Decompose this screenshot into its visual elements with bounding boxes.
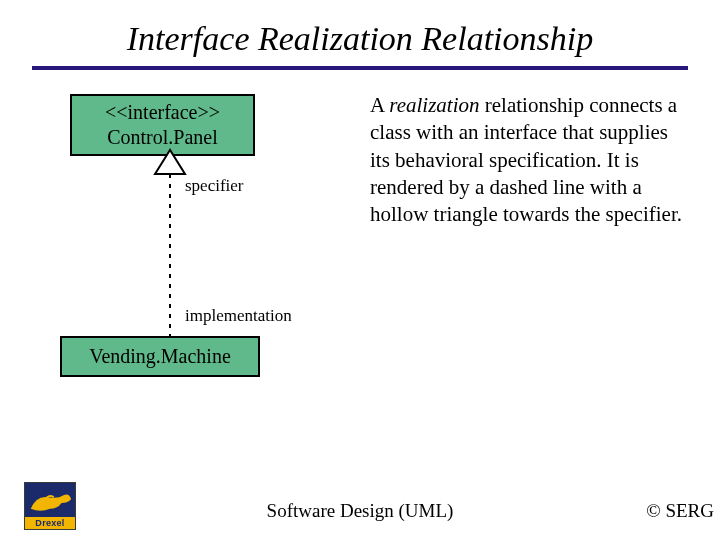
footer: Drexel Software Design (UML) © SERG <box>0 475 720 530</box>
title-rule <box>32 66 688 70</box>
diagram-area: <<interface>> Control.Panel specifier im… <box>0 88 720 448</box>
uml-class-box: Vending.Machine <box>60 336 260 377</box>
realization-connector <box>155 150 185 338</box>
footer-center-text: Software Design (UML) <box>0 500 720 522</box>
uml-class-name: Vending.Machine <box>72 344 248 369</box>
slide-title: Interface Realization Relationship <box>0 0 720 66</box>
svg-marker-0 <box>155 150 185 174</box>
uml-interface-name: Control.Panel <box>82 125 243 150</box>
body-prefix: A <box>370 93 389 117</box>
body-paragraph: A realization relationship connects a cl… <box>370 92 690 228</box>
label-implementation: implementation <box>185 306 292 326</box>
footer-copyright: © SERG <box>646 500 714 522</box>
uml-stereotype: <<interface>> <box>82 100 243 125</box>
uml-interface-box: <<interface>> Control.Panel <box>70 94 255 156</box>
label-specifier: specifier <box>185 176 244 196</box>
body-italic-word: realization <box>389 93 479 117</box>
